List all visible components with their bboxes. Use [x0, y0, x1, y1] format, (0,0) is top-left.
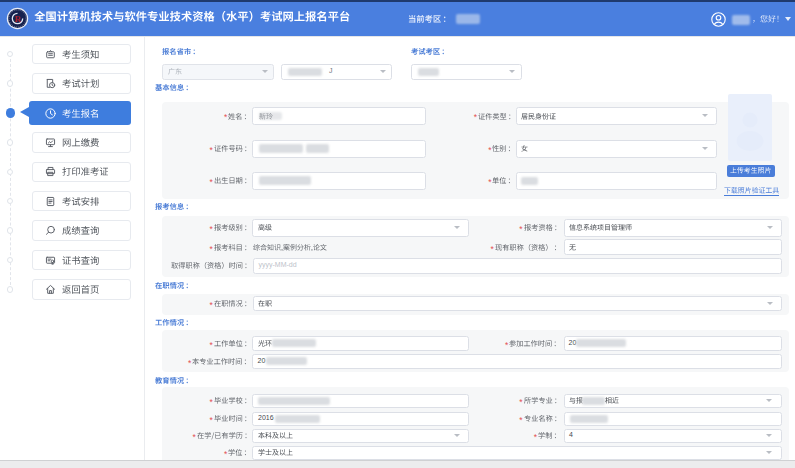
- svg-text:R: R: [14, 14, 21, 24]
